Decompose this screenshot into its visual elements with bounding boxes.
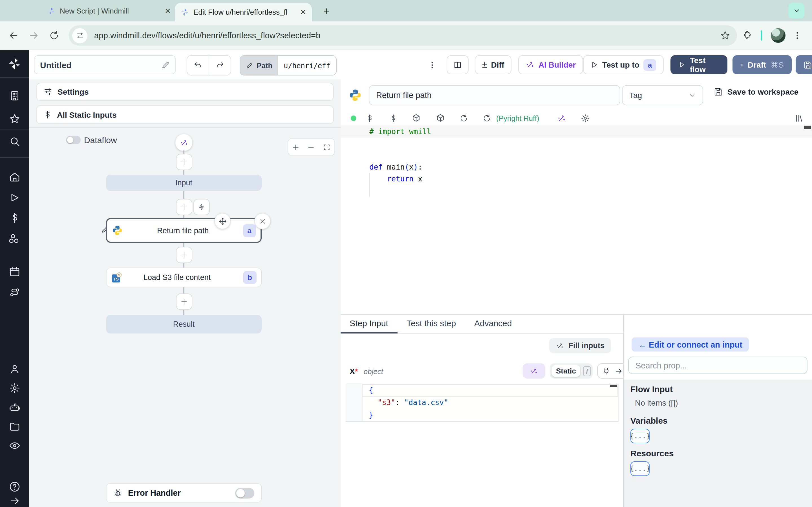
reset-icon[interactable] [483, 114, 491, 122]
audit-eye-icon[interactable] [9, 440, 20, 451]
undo-button[interactable] [187, 56, 209, 75]
play-outline-icon [678, 61, 686, 69]
flow-input-node[interactable]: Input [106, 175, 262, 191]
back-button[interactable] [7, 29, 20, 42]
url-text: app.windmill.dev/flows/edit/u/henri/effo… [94, 31, 320, 40]
docs-book-button[interactable] [447, 55, 469, 74]
diff-button[interactable]: ± Diff [475, 55, 511, 74]
tag-select[interactable]: Tag [622, 85, 703, 105]
ai-builder-button[interactable]: AI Builder [518, 55, 583, 74]
tab-advanced[interactable]: Advanced [474, 318, 512, 328]
add-step-button[interactable] [176, 293, 192, 310]
tab-search-chevron-button[interactable] [788, 3, 805, 18]
resource-box-icon[interactable] [412, 114, 421, 123]
bookmark-star-icon[interactable] [720, 31, 730, 41]
dataflow-toggle[interactable] [66, 136, 81, 144]
zoom-in-plus-icon[interactable] [292, 144, 299, 151]
add-step-button[interactable] [176, 154, 192, 170]
resources-braces-button[interactable]: {...} [630, 461, 650, 476]
tab-close-icon[interactable]: ✕ [300, 8, 306, 16]
library-icon[interactable] [795, 114, 804, 123]
test-up-to-button[interactable]: Test up to a [583, 55, 664, 74]
ai-assist-wand-icon[interactable] [557, 114, 566, 123]
plus-icon [181, 251, 188, 259]
bug-icon [113, 489, 122, 497]
all-static-inputs-row[interactable]: All Static Inputs [36, 105, 334, 124]
test-flow-button[interactable]: Test flow [670, 55, 727, 74]
flow-result-node[interactable]: Result [106, 315, 262, 334]
flow-name-input[interactable]: Untitled [34, 55, 176, 74]
zoom-out-minus-icon[interactable] [308, 144, 315, 151]
tab-test-this-step[interactable]: Test this step [407, 318, 456, 328]
new-tab-button[interactable]: + [319, 4, 334, 18]
ai-fill-wand-button[interactable] [523, 363, 545, 379]
settings-gear-icon[interactable] [9, 383, 20, 394]
error-handler-toggle[interactable] [235, 488, 254, 498]
variable-picker-icon[interactable] [365, 114, 374, 122]
home-icon[interactable] [9, 171, 20, 182]
workers-robot-icon[interactable] [9, 402, 20, 413]
edit-or-connect-button[interactable]: ← Edit or connect an input [631, 337, 749, 351]
extension-indicator [761, 31, 762, 41]
profile-avatar[interactable] [771, 28, 785, 43]
ai-flow-wand-button[interactable] [175, 134, 192, 151]
javascript-expr-button[interactable]: ƒ [583, 366, 591, 376]
move-step-handle[interactable] [214, 213, 231, 229]
runs-play-icon[interactable] [9, 192, 20, 203]
routes-icon[interactable] [9, 287, 20, 298]
static-mode-button[interactable]: Static [552, 365, 580, 377]
redo-button[interactable] [209, 56, 231, 75]
folders-icon[interactable] [9, 421, 20, 432]
code-editor[interactable]: # import wmill def main(x): return x [341, 126, 812, 314]
favorites-star-icon[interactable] [9, 113, 20, 124]
resource-box-icon[interactable] [436, 114, 445, 123]
flow-settings-row[interactable]: Settings [36, 83, 334, 101]
site-settings-chip[interactable] [72, 28, 87, 43]
save-to-workspace-button[interactable]: Save to workspace [714, 87, 799, 96]
code-line: def main(x): [341, 161, 812, 173]
browser-tab-active[interactable]: Edit Flow u/henri/effortless_fl ✕ [175, 3, 312, 21]
users-icon[interactable] [9, 363, 20, 375]
reload-icon[interactable] [460, 114, 468, 122]
deploy-button[interactable]: Deploy [796, 55, 812, 74]
error-handler-row[interactable]: Error Handler [106, 483, 262, 503]
step-name-input[interactable]: Return file path [369, 85, 620, 105]
workspace-building-icon[interactable] [9, 90, 20, 101]
more-options-kebab-icon[interactable] [426, 56, 438, 74]
edit-pencil-icon[interactable] [161, 61, 170, 69]
variables-dollar-icon[interactable] [9, 212, 20, 224]
browser-menu-button[interactable] [791, 29, 804, 42]
browser-tab-inactive[interactable]: New Script | Windmill ✕ [47, 2, 171, 20]
extensions-button[interactable] [740, 29, 753, 42]
add-step-button[interactable] [176, 247, 192, 263]
delete-step-button[interactable] [254, 213, 271, 229]
expand-sidebar-arrow-icon[interactable] [9, 496, 20, 506]
tab-title: New Script | Windmill [60, 6, 129, 15]
resources-cubes-icon[interactable] [9, 233, 20, 244]
schedules-calendar-icon[interactable] [9, 266, 20, 277]
draft-button[interactable]: Draft ⌘S [732, 55, 792, 74]
tab-step-input[interactable]: Step Input [350, 318, 388, 328]
context-var-icon[interactable] [389, 114, 398, 122]
search-prop-input[interactable]: Search prop... [628, 356, 808, 374]
variables-braces-button[interactable]: {...} [630, 429, 650, 443]
json-line: } [346, 409, 618, 421]
forward-button[interactable] [27, 29, 41, 42]
tab-close-icon[interactable]: ✕ [165, 6, 171, 15]
omnibox[interactable]: app.windmill.dev/flows/edit/u/henri/effo… [69, 25, 737, 46]
path-control[interactable]: Path u/henri/eff [240, 55, 337, 75]
fill-inputs-button[interactable]: Fill inputs [550, 338, 612, 353]
add-step-button[interactable] [176, 199, 192, 215]
step-node-b[interactable]: TS Load S3 file content b [106, 268, 262, 287]
fit-view-icon[interactable] [323, 144, 331, 151]
add-trigger-button[interactable] [193, 199, 210, 215]
json-input-editor[interactable]: { "s3": "data.csv" } [346, 384, 619, 422]
editor-settings-gear-icon[interactable] [581, 114, 590, 123]
search-icon[interactable] [9, 136, 20, 147]
reload-button[interactable] [47, 29, 61, 42]
step-node-a[interactable]: Return file path a [106, 218, 262, 243]
help-icon[interactable] [9, 481, 20, 493]
windmill-logo[interactable] [8, 57, 21, 70]
plus-icon [181, 298, 188, 305]
svg-text:TS: TS [113, 276, 119, 281]
